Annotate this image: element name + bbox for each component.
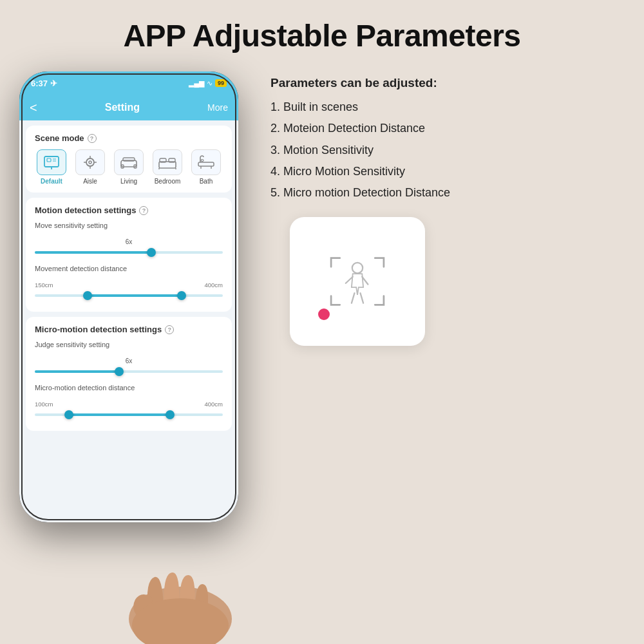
status-icons: ▂▄▆ ∿ 99 bbox=[189, 79, 227, 88]
scene-bath-label: Bath bbox=[200, 178, 213, 185]
parameters-box: Parameters can be adjusted: 1. Built in … bbox=[270, 71, 625, 204]
move-sensitivity-value: 6x bbox=[35, 238, 223, 245]
param-item-1: 1. Built in scenes bbox=[270, 97, 625, 118]
svg-rect-0 bbox=[44, 156, 59, 167]
param-item-2: 2. Moteion Detection Distance bbox=[270, 118, 625, 139]
svg-point-7 bbox=[89, 161, 91, 164]
svg-rect-3 bbox=[47, 158, 51, 162]
motion-detection-title: Motion detection settings ? bbox=[35, 205, 223, 215]
phone-shell: 6:37 ✈ ▂▄▆ ∿ 99 < Setting More Sc bbox=[19, 71, 238, 522]
device-box bbox=[290, 217, 425, 346]
move-sensitivity-label: Move sensitivity setting bbox=[35, 222, 223, 229]
scene-aisle-label: Aisle bbox=[83, 178, 97, 185]
phone-screen: Scene mode ? bbox=[19, 120, 238, 522]
phone-nav-bar: < Setting More bbox=[19, 95, 238, 120]
micro-motion-title: Micro-motion detection settings ? bbox=[35, 325, 223, 334]
param-item-3: 3. Motion Sensitivity bbox=[270, 140, 625, 161]
movement-distance-slider[interactable] bbox=[35, 290, 223, 301]
svg-line-29 bbox=[361, 293, 364, 303]
scene-aisle-icon bbox=[75, 149, 105, 175]
scene-living-icon bbox=[114, 149, 144, 175]
main-content: 6:37 ✈ ▂▄▆ ∿ 99 < Setting More Sc bbox=[0, 65, 644, 638]
scene-bath-icon bbox=[191, 149, 221, 175]
scene-bath[interactable]: Bath bbox=[189, 149, 223, 185]
judge-sensitivity-label: Judge sensitivity setting bbox=[35, 341, 223, 348]
svg-rect-21 bbox=[198, 162, 214, 166]
back-button[interactable]: < bbox=[30, 100, 37, 115]
svg-line-28 bbox=[352, 293, 355, 303]
param-item-4: 4. Micro Motion Sensitivity bbox=[270, 161, 625, 182]
signal-icon: ▂▄▆ bbox=[189, 79, 204, 88]
judge-sensitivity-slider[interactable] bbox=[35, 366, 223, 377]
movement-distance-label: Movement detection distance bbox=[35, 265, 223, 272]
nav-more-button[interactable]: More bbox=[207, 102, 228, 113]
scene-help-icon[interactable]: ? bbox=[88, 134, 97, 143]
scene-bedroom-icon bbox=[153, 149, 182, 175]
scene-default-label: Default bbox=[41, 178, 62, 185]
motion-detection-section: Motion detection settings ? Move sensiti… bbox=[26, 198, 232, 312]
svg-point-6 bbox=[86, 158, 94, 166]
page-title: APP Adjustable Parameters bbox=[0, 0, 644, 65]
scene-living-label: Living bbox=[120, 178, 137, 185]
svg-point-24 bbox=[201, 160, 204, 162]
status-time: 6:37 ✈ bbox=[31, 79, 57, 88]
scene-mode-section: Scene mode ? bbox=[26, 126, 232, 193]
movement-distance-range: 150cm400cm bbox=[35, 281, 223, 289]
parameters-title: Parameters can be adjusted: bbox=[270, 71, 625, 94]
device-icon bbox=[322, 249, 393, 314]
move-sensitivity-slider[interactable] bbox=[35, 247, 223, 258]
svg-point-27 bbox=[352, 263, 363, 273]
judge-sensitivity-value: 6x bbox=[35, 357, 223, 365]
device-status-dot bbox=[318, 308, 330, 320]
wifi-icon: ∿ bbox=[207, 79, 213, 88]
scene-living[interactable]: Living bbox=[112, 149, 146, 185]
micro-motion-section: Micro-motion detection settings ? Judge … bbox=[26, 317, 232, 431]
micro-motion-distance-label: Micro-motion detection distance bbox=[35, 384, 223, 392]
scene-mode-title: Scene mode ? bbox=[35, 133, 223, 143]
micro-motion-help-icon[interactable]: ? bbox=[165, 325, 174, 334]
motion-help-icon[interactable]: ? bbox=[139, 206, 148, 215]
nav-title: Setting bbox=[105, 102, 140, 113]
scene-default[interactable]: Default bbox=[35, 149, 68, 185]
scene-aisle[interactable]: Aisle bbox=[73, 149, 107, 185]
right-panel: Parameters can be adjusted: 1. Built in … bbox=[270, 65, 625, 346]
scene-bedroom-label: Bedroom bbox=[155, 178, 181, 185]
scene-bedroom[interactable]: Bedroom bbox=[151, 149, 184, 185]
micro-motion-distance-slider[interactable] bbox=[35, 409, 223, 421]
scene-default-icon bbox=[37, 149, 66, 175]
parameters-list: 1. Built in scenes 2. Moteion Detection … bbox=[270, 97, 625, 204]
param-item-5: 5. Micro motion Detection Distance bbox=[270, 182, 625, 204]
phone-status-bar: 6:37 ✈ ▂▄▆ ∿ 99 bbox=[19, 71, 238, 95]
micro-motion-distance-range: 100cm400cm bbox=[35, 401, 223, 408]
scene-row: Default bbox=[35, 149, 223, 185]
hand-area bbox=[109, 522, 251, 644]
battery-badge: 99 bbox=[215, 79, 227, 87]
phone-mockup: 6:37 ✈ ▂▄▆ ∿ 99 < Setting More Sc bbox=[19, 71, 258, 625]
